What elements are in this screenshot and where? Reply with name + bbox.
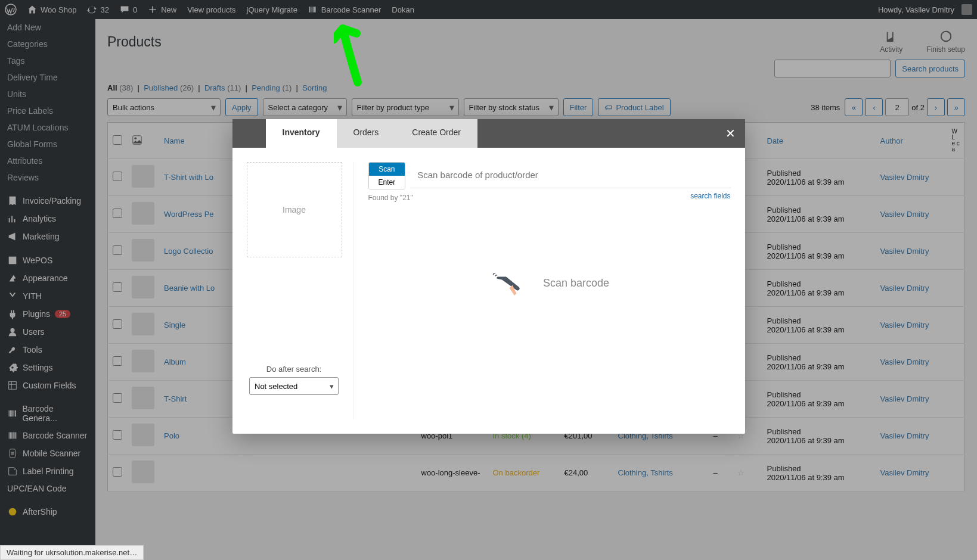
- sound-icon[interactable]: [232, 119, 266, 148]
- do-after-select[interactable]: Not selected: [249, 377, 339, 395]
- tab-inventory[interactable]: Inventory: [266, 119, 337, 148]
- scan-placeholder: Scan barcode: [368, 262, 731, 304]
- toggle-scan[interactable]: Scan: [369, 163, 405, 176]
- tab-create-order[interactable]: Create Order: [395, 119, 477, 148]
- found-by-text: Found by "21": [368, 194, 413, 202]
- tab-orders[interactable]: Orders: [337, 119, 396, 148]
- barcode-scanner-modal: Inventory Orders Create Order ✕ Image Do…: [232, 119, 745, 434]
- scanner-icon: [489, 262, 531, 304]
- browser-status-bar: Waiting for ukrsolution.makerise.net…: [0, 545, 144, 560]
- barcode-input[interactable]: [410, 162, 730, 188]
- search-fields-link[interactable]: search fields: [690, 192, 730, 200]
- close-icon[interactable]: ✕: [717, 119, 745, 148]
- do-after-label: Do after search:: [247, 365, 342, 374]
- toggle-enter[interactable]: Enter: [369, 176, 405, 189]
- image-placeholder: Image: [247, 162, 342, 257]
